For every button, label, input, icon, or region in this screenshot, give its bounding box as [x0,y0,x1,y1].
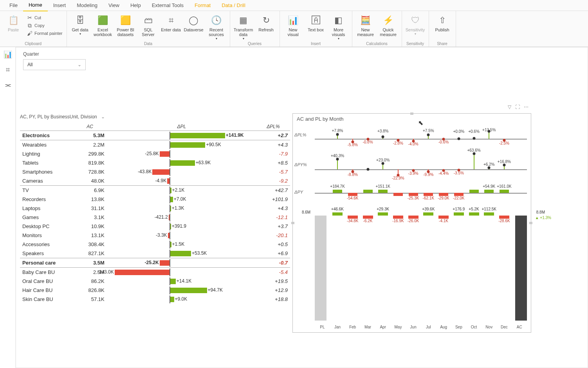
table-row[interactable]: Baby Care BU 2.5M -143.0K -5.4 [20,268,290,277]
dataverse-button[interactable]: ◯Dataverse [184,13,204,32]
copy-button[interactable]: ⧉Copy [26,22,63,29]
x-tick: Jul [421,325,436,329]
row-ac: 819.8K [73,158,107,167]
filter-icon[interactable]: ▽ [508,104,511,110]
strip-dpy: ΔPY +184.7K -54.6K +151.1K -25.3K -62.1K… [315,186,527,200]
report-canvas[interactable]: Quarter All ⌄ AC, PY, PL by BusinessUnit… [16,47,588,368]
excel-icon: 🟩 [97,14,109,27]
tab-external-tools[interactable]: External Tools [146,0,189,11]
chevron-down-icon[interactable]: ⌄ [101,114,105,120]
table-row[interactable]: TV 6.9K +2.1K +42.7 [20,186,290,195]
table-row[interactable]: Oral Care BU 86.2K +14.1K +19.5 [20,277,290,286]
publish-button[interactable]: ⇧Publish [432,13,453,32]
row-pct: +18.8 [256,295,290,304]
tab-home[interactable]: Home [23,0,48,11]
selection-grip[interactable] [291,222,294,224]
table-row[interactable]: Hair Care BU 826.8K +94.7K +12.9 [20,286,290,295]
table-row[interactable]: Smartphones 728.8K -43.8K -5.7 [20,167,290,176]
new-measure-button[interactable]: 🧮New measure [355,13,376,37]
matrix-title: AC, PY, PL by BusinessUnit, Division [20,114,97,120]
row-ac: 2.2M [73,140,107,150]
row-pct: -7.9 [256,149,290,158]
row-bar: -25.2K [107,258,256,268]
col-dplpct: ΔPL% [256,123,290,131]
refresh-button[interactable]: ↻Refresh [256,13,276,32]
paste-label: Paste [8,27,19,32]
table-row[interactable]: Speakers 827.1K +53.5K +6.9 [20,249,290,258]
table-row[interactable]: Personal care 3.5M -25.2K -0.7 [20,258,290,268]
new-visual-button[interactable]: 📊New visual [283,13,303,37]
get-data-button[interactable]: 🗄Get data▾ [70,13,90,36]
row-name: Lighting [20,149,73,158]
slicer-dropdown[interactable]: All ⌄ [23,59,86,70]
row-ac: 48.0K [73,176,107,186]
row-name: Smartphones [20,167,73,176]
dataverse-icon: ◯ [188,14,200,27]
table-row[interactable]: Skin Care BU 57.1K +9.0K +18.8 [20,295,290,304]
focus-mode-icon[interactable]: ⛶ [515,104,520,110]
selection-grip[interactable] [529,222,532,224]
tab-insert[interactable]: Insert [48,0,72,11]
format-painter-button[interactable]: 🖌Format painter [26,30,63,37]
tab-format[interactable]: Format [189,0,216,11]
enter-data-button[interactable]: ⌗Enter data [161,13,181,32]
month-chart-visual[interactable]: ▽ ⛶ ⋯ AC and PL by Month ⬉ ΔPL% +7.8% -5… [292,113,531,333]
excel-workbook-button[interactable]: 🟩Excel workbook [93,13,113,37]
table-row[interactable]: Laptops 31.1K +1.3K +4.3 [20,204,290,213]
row-name: Desktop PC [20,222,73,231]
transform-data-button[interactable]: ▦Transform data▾ [233,13,254,40]
row-ac: 6.9K [73,186,107,195]
cut-button[interactable]: ✂Cut [26,14,63,21]
table-row[interactable]: Wearables 2.2M +90.5K +4.3 [20,140,290,150]
slicer-value: All [27,62,32,67]
table-row[interactable]: Games 3.1K -421.2 -12.1 [20,213,290,222]
table-row[interactable]: Cameras 48.0K -4.9K -9.2 [20,176,290,186]
tab-data-drill[interactable]: Data / Drill [216,0,251,11]
more-options-icon[interactable]: ⋯ [524,104,528,110]
selection-grip[interactable] [410,112,413,115]
shield-icon: 🛡 [409,14,422,27]
report-view-icon[interactable]: 📊 [4,50,12,59]
more-visuals-icon: ◧ [332,14,345,27]
paste-button[interactable]: 📋 Paste [3,13,23,32]
row-bar: -4.9K [107,176,256,186]
tab-view[interactable]: View [103,0,125,11]
table-row[interactable]: Recorders 13.8K +7.0K +101.9 [20,195,290,204]
powerbi-datasets-button[interactable]: 🟨Power BI datasets [115,13,136,37]
sensitivity-button[interactable]: 🛡Sensitivity▾ [405,13,426,36]
recent-sources-button[interactable]: 🕓Recent sources▾ [206,13,227,40]
model-view-icon[interactable]: ⫘ [4,81,11,89]
table-row[interactable]: Tablets 819.8K +63.9K +8.5 [20,158,290,167]
matrix-visual[interactable]: AC, PY, PL by BusinessUnit, Division ⌄ A… [20,114,290,304]
pl-bar [315,216,326,321]
row-name: Skin Care BU [20,295,73,304]
row-ac: 57.1K [73,295,107,304]
tab-help[interactable]: Help [125,0,146,11]
row-pct: +19.5 [256,277,290,286]
table-row[interactable]: Lighting 299.8K -25.8K -7.9 [20,149,290,158]
quarter-slicer[interactable]: Quarter All ⌄ [23,51,86,70]
tab-modeling[interactable]: Modeling [71,0,103,11]
copy-icon: ⧉ [27,22,33,29]
data-view-icon[interactable]: ⌗ [6,66,10,74]
x-tick: PL [315,325,330,329]
x-axis: PLJanFebMarAprMayJunJulAugSepOctNovDecAC [315,325,527,329]
text-box-button[interactable]: 🄰Text box [306,13,326,32]
more-visuals-button[interactable]: ◧More visuals▾ [328,13,349,40]
table-row[interactable]: Accessories 308.4K +1.5K +0.5 [20,240,290,249]
row-name: Personal care [20,258,73,268]
row-pct: +8.5 [256,158,290,167]
group-data-label: Data [70,41,227,47]
tab-file[interactable]: File [4,0,23,11]
row-ac: 13.1K [73,231,107,240]
x-tick: May [391,325,406,329]
visual-actions: ▽ ⛶ ⋯ [508,104,528,110]
waterfall: 8.6M 8.8M ▲ +1.3% +46.6K -34.8K -6.2K +2… [315,216,527,321]
row-ac: 827.1K [73,249,107,258]
x-tick: Sep [451,325,466,329]
table-row[interactable]: Electronics 5.3M +141.9K +2.7 [20,131,290,140]
table-row[interactable]: Desktop PC 10.9K +391.9 +3.7 [20,222,290,231]
quick-measure-button[interactable]: ⚡Quick measure [378,13,399,37]
sql-server-button[interactable]: 🗃SQL Server [138,13,159,37]
table-row[interactable]: Monitors 13.1K -3.3K -20.1 [20,231,290,240]
